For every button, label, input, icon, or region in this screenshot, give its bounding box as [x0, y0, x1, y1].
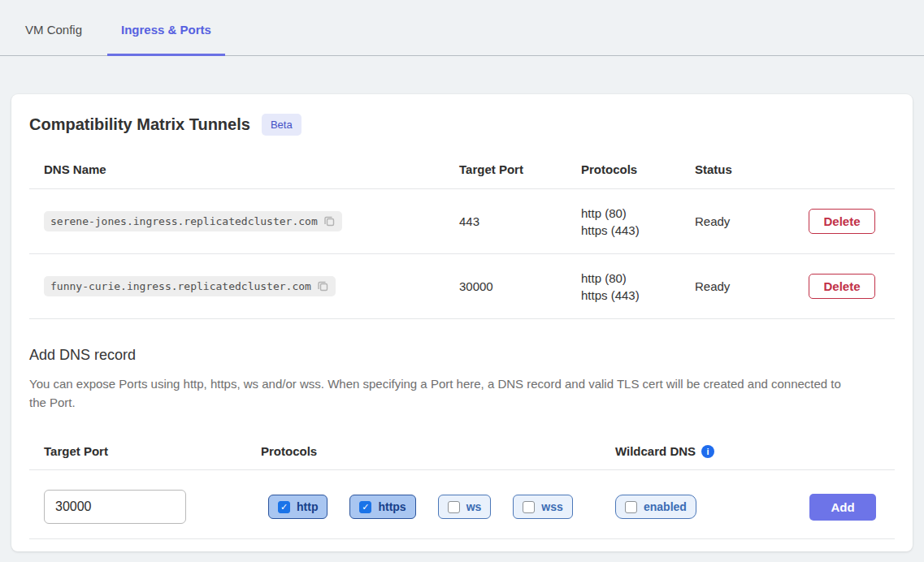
protocol-checkbox-group: http https ws wss: [268, 495, 615, 519]
table-header-row: DNS Name Target Port Protocols Status: [29, 150, 895, 189]
protocol-line: http (80): [581, 205, 695, 222]
protocol-line: http (80): [581, 270, 695, 287]
checkbox-icon: [625, 501, 637, 513]
tab-vm-config[interactable]: VM Config: [11, 23, 96, 56]
protocol-checkbox-https[interactable]: https: [349, 495, 415, 519]
status-cell: Ready: [695, 279, 809, 293]
wildcard-enabled-checkbox[interactable]: enabled: [615, 495, 696, 519]
card-header: Compatibility Matrix Tunnels Beta: [29, 114, 895, 136]
form-label-wildcard-dns: Wildcard DNS i: [615, 444, 809, 458]
protocol-line: https (443): [581, 287, 695, 304]
copy-icon[interactable]: [323, 215, 336, 227]
table-row: funny-curie.ingress.replicatedcluster.co…: [29, 254, 895, 319]
actions-cell: Delete: [809, 274, 895, 299]
table-row: serene-jones.ingress.replicatedcluster.c…: [29, 189, 895, 254]
info-icon[interactable]: i: [701, 445, 714, 458]
dns-cell: funny-curie.ingress.replicatedcluster.co…: [29, 276, 459, 296]
protocol-chip-label: http: [297, 500, 318, 513]
checkbox-icon: [448, 501, 460, 513]
protocol-checkbox-ws[interactable]: ws: [438, 495, 492, 519]
protocols-cell: http (80) https (443): [581, 270, 695, 304]
dns-name-text: serene-jones.ingress.replicatedcluster.c…: [50, 215, 318, 227]
dns-name-text: funny-curie.ingress.replicatedcluster.co…: [50, 280, 311, 292]
target-port-cell: 443: [459, 214, 581, 228]
add-dns-record-description: You can expose Ports using http, https, …: [29, 374, 846, 412]
add-button[interactable]: Add: [809, 494, 876, 521]
checkbox-icon: [359, 501, 371, 513]
col-header-status: Status: [695, 162, 809, 176]
tunnels-table: DNS Name Target Port Protocols Status se…: [29, 150, 895, 319]
target-port-input[interactable]: [44, 490, 186, 524]
status-cell: Ready: [695, 214, 809, 228]
tunnels-card: Compatibility Matrix Tunnels Beta DNS Na…: [11, 94, 913, 551]
tab-ingress-ports[interactable]: Ingress & Ports: [107, 23, 225, 56]
target-port-cell: 30000: [459, 279, 581, 293]
actions-cell: Delete: [809, 209, 895, 234]
form-labels-row: Target Port Protocols Wildcard DNS i: [29, 433, 895, 470]
copy-icon[interactable]: [317, 280, 329, 292]
checkbox-icon: [523, 501, 535, 513]
protocol-chip-label: ws: [466, 500, 482, 513]
protocol-chip-label: https: [378, 500, 406, 513]
beta-badge: Beta: [262, 114, 301, 136]
dns-cell: serene-jones.ingress.replicatedcluster.c…: [29, 211, 459, 231]
col-header-dns-name: DNS Name: [29, 162, 459, 176]
page-title: Compatibility Matrix Tunnels: [29, 115, 250, 134]
delete-button[interactable]: Delete: [809, 209, 875, 234]
bottom-divider: [29, 538, 895, 539]
protocol-line: https (443): [581, 222, 695, 239]
protocol-checkbox-wss[interactable]: wss: [513, 495, 572, 519]
form-label-protocols: Protocols: [261, 444, 615, 458]
protocol-chip-label: wss: [541, 500, 562, 513]
wildcard-chip-label: enabled: [644, 500, 687, 513]
add-dns-record-title: Add DNS record: [29, 347, 895, 364]
col-header-protocols: Protocols: [581, 162, 695, 176]
form-label-target-port: Target Port: [29, 444, 261, 458]
dns-name-pill: serene-jones.ingress.replicatedcluster.c…: [44, 211, 342, 231]
col-header-target-port: Target Port: [459, 162, 581, 176]
add-dns-form-row: http https ws wss enabled Add: [29, 490, 895, 524]
protocols-cell: http (80) https (443): [581, 205, 695, 239]
wildcard-dns-label-text: Wildcard DNS: [615, 444, 696, 458]
checkbox-icon: [278, 501, 290, 513]
dns-name-pill: funny-curie.ingress.replicatedcluster.co…: [44, 276, 336, 296]
delete-button[interactable]: Delete: [809, 274, 875, 299]
tab-bar: VM Config Ingress & Ports: [0, 0, 924, 56]
protocol-checkbox-http[interactable]: http: [268, 495, 328, 519]
